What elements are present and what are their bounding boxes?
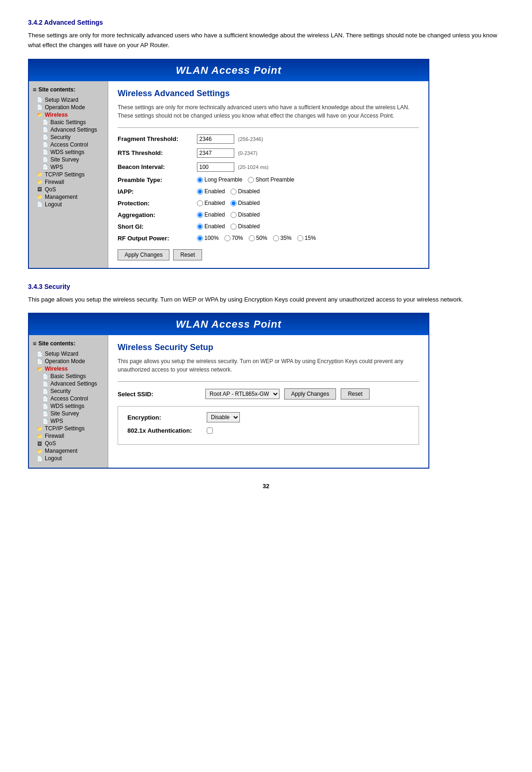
- aggregation-enabled-radio[interactable]: [197, 212, 203, 218]
- aggregation-enabled-option[interactable]: Enabled: [197, 211, 225, 218]
- sidebar-item-qos[interactable]: QoS: [36, 186, 104, 193]
- auth-row: 802.1x Authentication:: [127, 427, 409, 434]
- protection-enabled-label: Enabled: [204, 200, 225, 206]
- fragment-input[interactable]: [197, 134, 234, 144]
- sidebar-item-security[interactable]: Security: [42, 133, 104, 141]
- preamble-long-radio[interactable]: [197, 177, 203, 183]
- protection-enabled-option[interactable]: Enabled: [197, 200, 225, 206]
- encryption-select[interactable]: Disable: [207, 412, 240, 422]
- preamble-long-label: Long Preamble: [204, 176, 242, 183]
- rfpower-50-radio[interactable]: [249, 235, 255, 241]
- security-apply-button[interactable]: Apply Changes: [284, 388, 336, 400]
- iapp-disabled-option[interactable]: Disabled: [231, 188, 260, 195]
- doc-icon: [36, 351, 43, 357]
- divider-1: [118, 127, 419, 128]
- auth-control: [207, 428, 213, 434]
- doc-icon: [42, 119, 49, 126]
- rfpower-100-option[interactable]: 100%: [197, 235, 219, 241]
- doc-icon: [42, 164, 49, 170]
- protection-disabled-label: Disabled: [238, 200, 260, 206]
- shortgi-label: Short GI:: [118, 223, 197, 230]
- sidebar2-item-wireless[interactable]: Wireless: [36, 365, 104, 372]
- sidebar-item-wps[interactable]: WPS: [42, 163, 104, 171]
- sidebar2-item-advanced-settings[interactable]: Advanced Settings: [42, 380, 104, 387]
- rfpower-100-label: 100%: [204, 235, 219, 241]
- rfpower-50-option[interactable]: 50%: [249, 235, 267, 241]
- sidebar2-item-site-survey[interactable]: Site Survey: [42, 410, 104, 417]
- shortgi-enabled-radio[interactable]: [197, 224, 203, 230]
- rts-row: RTS Threshold: (0-2347): [118, 148, 419, 158]
- encryption-row: Encryption: Disable: [127, 412, 409, 422]
- auth-checkbox[interactable]: [207, 428, 213, 434]
- iapp-enabled-radio[interactable]: [197, 189, 203, 195]
- sidebar-item-logout[interactable]: Logout: [36, 201, 104, 208]
- rfpower-70-option[interactable]: 70%: [224, 235, 243, 241]
- sidebar2-item-security[interactable]: Security: [42, 387, 104, 395]
- folder-icon: [36, 425, 43, 432]
- beacon-input[interactable]: [197, 162, 234, 172]
- preamble-short-radio[interactable]: [248, 177, 254, 183]
- preamble-short-option[interactable]: Short Preamble: [248, 176, 294, 183]
- security-reset-button[interactable]: Reset: [341, 388, 369, 400]
- sidebar2-item-wds-settings[interactable]: WDS settings: [42, 402, 104, 410]
- sidebar2-item-access-control[interactable]: Access Control: [42, 395, 104, 402]
- rfpower-35-radio[interactable]: [273, 235, 279, 241]
- iapp-disabled-radio[interactable]: [231, 189, 237, 195]
- sidebar2-item-qos[interactable]: QoS: [36, 440, 104, 447]
- ssid-select[interactable]: Root AP - RTL865x-GW: [205, 389, 280, 399]
- sidebar-item-setup-wizard[interactable]: Setup Wizard: [36, 96, 104, 104]
- ssid-row: Select SSID: Root AP - RTL865x-GW Apply …: [118, 388, 419, 400]
- folder-icon: [36, 433, 43, 439]
- aggregation-disabled-label: Disabled: [238, 211, 260, 218]
- sidebar-item-wds-settings[interactable]: WDS settings: [42, 148, 104, 156]
- shortgi-disabled-radio[interactable]: [231, 224, 237, 230]
- advanced-btn-row: Apply Changes Reset: [118, 249, 419, 260]
- doc-icon: [42, 141, 49, 148]
- protection-disabled-radio[interactable]: [231, 200, 237, 206]
- sidebar-item-access-control[interactable]: Access Control: [42, 141, 104, 148]
- divider-2: [118, 381, 419, 382]
- rfpower-100-radio[interactable]: [197, 235, 203, 241]
- sidebar2-item-wps[interactable]: WPS: [42, 417, 104, 425]
- rts-input[interactable]: [197, 148, 234, 158]
- sidebar2-item-management[interactable]: Management: [36, 447, 104, 455]
- rts-label: RTS Threshold:: [118, 149, 197, 156]
- sidebar2-item-basic-settings[interactable]: Basic Settings: [42, 372, 104, 380]
- doc-icon: [36, 201, 43, 208]
- rfpower-70-radio[interactable]: [224, 235, 231, 241]
- rfpower-15-option[interactable]: 15%: [297, 235, 316, 241]
- protection-enabled-radio[interactable]: [197, 200, 203, 206]
- sidebar2-item-operation-mode[interactable]: Operation Mode: [36, 358, 104, 365]
- sidebar2-item-tcpip[interactable]: TCP/IP Settings: [36, 425, 104, 432]
- shortgi-enabled-option[interactable]: Enabled: [197, 223, 225, 230]
- preamble-short-label: Short Preamble: [255, 176, 294, 183]
- doc-icon: [42, 134, 49, 140]
- sidebar-1: Site contents: Setup Wizard Operation Mo…: [29, 81, 108, 268]
- sidebar2-item-setup-wizard[interactable]: Setup Wizard: [36, 350, 104, 358]
- aggregation-disabled-radio[interactable]: [231, 212, 237, 218]
- protection-disabled-option[interactable]: Disabled: [231, 200, 260, 206]
- sidebar-item-site-survey[interactable]: Site Survey: [42, 156, 104, 163]
- sidebar2-item-logout[interactable]: Logout: [36, 455, 104, 462]
- preamble-long-option[interactable]: Long Preamble: [197, 176, 242, 183]
- sidebar-item-tcpip[interactable]: TCP/IP Settings: [36, 171, 104, 178]
- sidebar-title-1: Site contents:: [33, 86, 104, 93]
- aggregation-disabled-option[interactable]: Disabled: [231, 211, 260, 218]
- sidebar-item-firewall[interactable]: Firewall: [36, 178, 104, 186]
- advanced-title: Wireless Advanced Settings: [118, 89, 419, 98]
- advanced-apply-button[interactable]: Apply Changes: [118, 249, 169, 260]
- sidebar-item-wireless[interactable]: Wireless: [36, 111, 104, 119]
- beacon-control: (20-1024 ms): [197, 162, 268, 172]
- sidebar2-item-firewall[interactable]: Firewall: [36, 432, 104, 440]
- sidebar-item-basic-settings[interactable]: Basic Settings: [42, 119, 104, 126]
- advanced-reset-button[interactable]: Reset: [173, 249, 202, 260]
- iapp-enabled-option[interactable]: Enabled: [197, 188, 225, 195]
- rfpower-15-radio[interactable]: [297, 235, 303, 241]
- rfpower-35-option[interactable]: 35%: [273, 235, 292, 241]
- sidebar-item-advanced-settings[interactable]: Advanced Settings: [42, 126, 104, 133]
- shortgi-disabled-option[interactable]: Disabled: [231, 223, 260, 230]
- sidebar-item-management[interactable]: Management: [36, 193, 104, 201]
- doc-icon: [36, 455, 43, 462]
- sidebar-item-operation-mode[interactable]: Operation Mode: [36, 104, 104, 111]
- section1-desc: These settings are only for more technic…: [28, 31, 504, 50]
